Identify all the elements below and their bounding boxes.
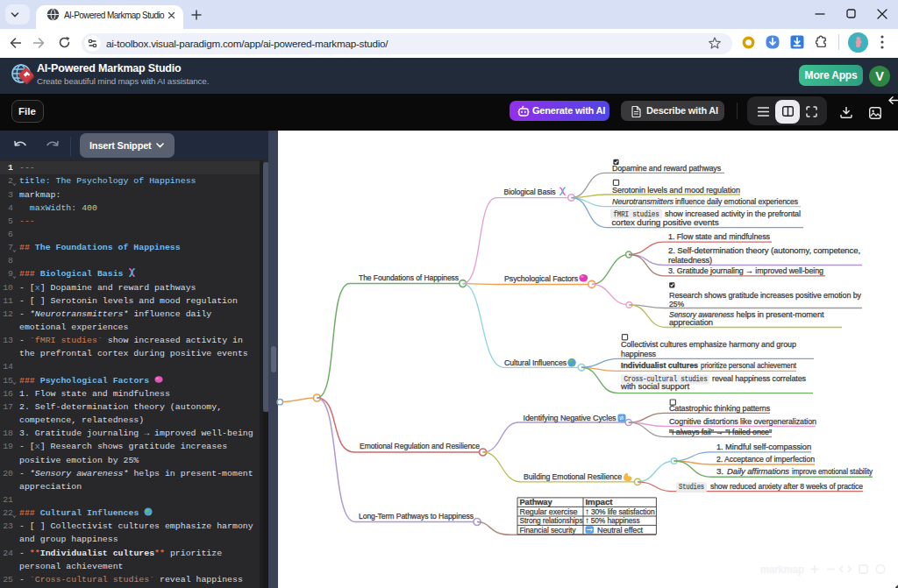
svg-text:markmap: markmap (760, 563, 804, 576)
svg-text:happiness: happiness (621, 349, 656, 358)
svg-text:Biological Basis: Biological Basis (504, 187, 556, 196)
svg-text:Pathway: Pathway (520, 497, 553, 507)
svg-text:"I always fail" → "I failed on: "I always fail" → "I failed once" (669, 427, 773, 436)
svg-text:Building Emotional Resilience: Building Emotional Resilience (524, 471, 622, 481)
svg-text:influence daily emotional expe: influence daily emotional experiences (675, 196, 798, 206)
svg-text:1. Flow state and mindfulness: 1. Flow state and mindfulness (668, 231, 770, 241)
svg-text:Research shows gratitude incre: Research shows gratitude increases posit… (669, 290, 861, 300)
svg-text:Collectivist cultures emphasiz: Collectivist cultures emphasize harmony … (621, 339, 796, 349)
svg-text:improve emotional stability: improve emotional stability (792, 466, 873, 476)
svg-text:Psychological Factors: Psychological Factors (504, 273, 578, 283)
svg-text:3. Gratitude journaling → impr: 3. Gratitude journaling → improved well-… (668, 266, 823, 275)
svg-text:↑ 30% life satisfaction: ↑ 30% life satisfaction (586, 507, 655, 516)
svg-text:prioritize personal achievemen: prioritize personal achievement (701, 360, 796, 370)
svg-text:Cultural Influences: Cultural Influences (504, 358, 567, 367)
svg-text:Catastrophic thinking patterns: Catastrophic thinking patterns (669, 403, 770, 413)
svg-text:↑ 50% happiness: ↑ 50% happiness (586, 515, 640, 525)
svg-text:25%: 25% (669, 299, 684, 308)
svg-text:with social support: with social support (620, 381, 689, 391)
svg-text:Serotonin levels and mood regu: Serotonin levels and mood regulation (612, 185, 740, 195)
svg-text:relatedness): relatedness) (668, 255, 712, 265)
svg-text:Emotional Regulation and Resil: Emotional Regulation and Resilience (360, 441, 480, 450)
svg-text:Dopamine and reward pathways: Dopamine and reward pathways (612, 163, 721, 173)
svg-text:Identifying Negative Cycles: Identifying Negative Cycles (524, 413, 616, 422)
svg-text:Regular exercise: Regular exercise (520, 507, 578, 516)
svg-text:Cognitive distortions like ove: Cognitive distortions like overgeneraliz… (669, 416, 816, 426)
svg-text:Strong relationships: Strong relationships (520, 515, 583, 525)
svg-text:reveal happiness correlates: reveal happiness correlates (712, 373, 806, 383)
svg-text:helps in present-moment: helps in present-moment (737, 309, 824, 319)
svg-text:Daily affirmations: Daily affirmations (727, 466, 789, 476)
svg-text:Neurotransmitters: Neurotransmitters (612, 196, 674, 206)
svg-text:The Foundations of Happiness: The Foundations of Happiness (359, 273, 459, 282)
svg-text:Individualist cultures: Individualist cultures (621, 360, 698, 370)
svg-text:Neutral effect: Neutral effect (597, 525, 643, 535)
svg-text:Financial security: Financial security (520, 525, 576, 535)
svg-text:appreciation: appreciation (669, 317, 713, 327)
svg-text:show reduced anxiety after 8 w: show reduced anxiety after 8 weeks of pr… (710, 481, 863, 491)
svg-text:Impact: Impact (586, 497, 614, 507)
svg-text:Long-Term Pathways to Happines: Long-Term Pathways to Happiness (359, 511, 474, 521)
svg-text:2. Acceptance of imperfection: 2. Acceptance of imperfection (716, 454, 815, 464)
svg-text:3.: 3. (716, 466, 723, 476)
svg-text:2. Self-determination theory (: 2. Self-determination theory (autonomy, … (668, 245, 860, 255)
svg-text:cortex during positive events: cortex during positive events (612, 217, 719, 227)
svg-text:Studies: Studies (679, 483, 704, 492)
svg-text:1. Mindful self-compassion: 1. Mindful self-compassion (716, 442, 811, 451)
